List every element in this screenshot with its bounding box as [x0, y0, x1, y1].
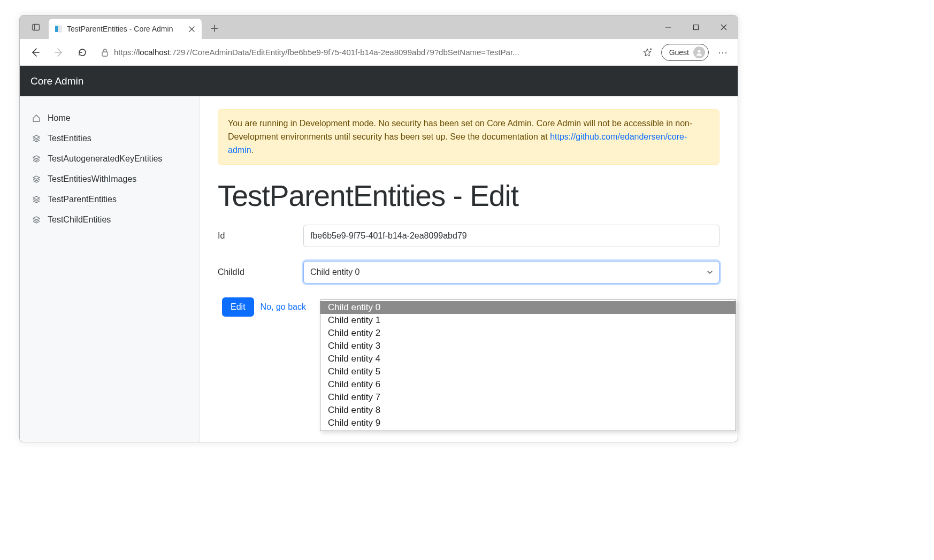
sidebar-item-testentities[interactable]: TestEntities [20, 128, 199, 149]
childid-option[interactable]: Child entity 9 [320, 417, 736, 429]
cancel-link[interactable]: No, go back [261, 302, 306, 312]
form-row-childid: ChildId Child entity 0 [218, 261, 719, 283]
id-input[interactable] [303, 225, 719, 247]
tab-strip: TestParentEntities - Core Admin [20, 16, 738, 39]
childid-option[interactable]: Child entity 2 [320, 327, 736, 340]
profile-button[interactable]: Guest [661, 44, 709, 61]
childid-option[interactable]: Child entity 1 [320, 314, 736, 327]
layers-icon [32, 134, 41, 143]
submit-button[interactable]: Edit [222, 297, 254, 317]
svg-rect-8 [102, 52, 108, 56]
page-title: TestParentEntities - Edit [218, 179, 719, 213]
tab-title: TestParentEntities - Core Admin [67, 25, 182, 33]
back-button[interactable] [25, 42, 45, 63]
sidebar: Home TestEntities TestAutogeneratedKeyEn… [20, 96, 200, 442]
childid-select[interactable]: Child entity 0 [303, 261, 719, 283]
window-controls [654, 16, 738, 39]
window-maximize-button[interactable] [682, 16, 710, 39]
svg-point-11 [698, 50, 700, 52]
dev-mode-alert: You are running in Development mode. No … [218, 109, 719, 165]
childid-option[interactable]: Child entity 3 [320, 340, 736, 352]
childid-label: ChildId [218, 267, 303, 277]
app-header: Core Admin [20, 66, 738, 96]
lock-icon [100, 48, 110, 57]
form-row-id: Id [218, 225, 719, 247]
url-rest: :7297/CoreAdminData/EditEntity/fbe6b5e9-… [170, 48, 519, 57]
childid-option[interactable]: Child entity 7 [320, 391, 736, 404]
sidebar-item-label: TestChildEntities [48, 215, 111, 225]
layers-icon [32, 154, 41, 164]
address-bar[interactable]: https://localhost:7297/CoreAdminData/Edi… [96, 42, 634, 63]
childid-option[interactable]: Child entity 8 [320, 404, 736, 417]
sidebar-item-label: Home [48, 113, 71, 123]
sidebar-item-home[interactable]: Home [20, 108, 199, 128]
sidebar-item-testchildentities[interactable]: TestChildEntities [20, 210, 199, 230]
window-minimize-button[interactable] [654, 16, 682, 39]
home-icon [32, 113, 41, 123]
refresh-button[interactable] [72, 42, 93, 63]
url-host: localhost [138, 48, 170, 57]
childid-dropdown-list[interactable]: Child entity 0Child entity 1Child entity… [320, 300, 736, 431]
layers-icon [32, 195, 41, 204]
sidebar-item-label: TestEntities [48, 134, 91, 143]
favicon-icon [54, 25, 63, 33]
svg-rect-2 [55, 26, 58, 32]
chevron-down-icon [707, 269, 713, 275]
id-label: Id [218, 231, 303, 241]
new-tab-button[interactable] [205, 19, 224, 38]
alert-text-after: . [251, 145, 254, 155]
layers-icon [32, 215, 41, 225]
browser-tab[interactable]: TestParentEntities - Core Admin [49, 19, 202, 39]
sidebar-item-testparententities[interactable]: TestParentEntities [20, 189, 199, 210]
sidebar-item-testentitieswithimages[interactable]: TestEntitiesWithImages [20, 169, 199, 189]
forward-button[interactable] [49, 42, 69, 63]
svg-rect-0 [33, 25, 40, 30]
tab-actions-button[interactable] [26, 18, 45, 37]
window-close-button[interactable] [710, 16, 738, 39]
tab-close-button[interactable] [187, 24, 196, 34]
avatar-icon [693, 47, 705, 58]
browser-toolbar: https://localhost:7297/CoreAdminData/Edi… [20, 39, 738, 66]
favorites-button[interactable] [638, 43, 657, 62]
app-brand: Core Admin [30, 75, 83, 87]
sidebar-item-label: TestEntitiesWithImages [48, 174, 136, 184]
sidebar-item-label: TestParentEntities [48, 195, 117, 204]
url-prefix: https:// [114, 48, 138, 57]
sidebar-item-testautogeneratedkeyentities[interactable]: TestAutogeneratedKeyEntities [20, 149, 199, 169]
profile-label: Guest [669, 48, 689, 57]
sidebar-item-label: TestAutogeneratedKeyEntities [48, 154, 162, 164]
childid-selected-value: Child entity 0 [310, 267, 360, 277]
childid-option[interactable]: Child entity 4 [320, 352, 736, 365]
svg-rect-3 [58, 26, 62, 32]
childid-option[interactable]: Child entity 0 [320, 301, 736, 314]
url-text: https://localhost:7297/CoreAdminData/Edi… [114, 48, 630, 57]
settings-menu-button[interactable]: ⋯ [713, 43, 732, 62]
svg-rect-5 [694, 25, 699, 30]
childid-option[interactable]: Child entity 5 [320, 365, 736, 378]
childid-option[interactable]: Child entity 6 [320, 378, 736, 391]
layers-icon [32, 174, 41, 184]
